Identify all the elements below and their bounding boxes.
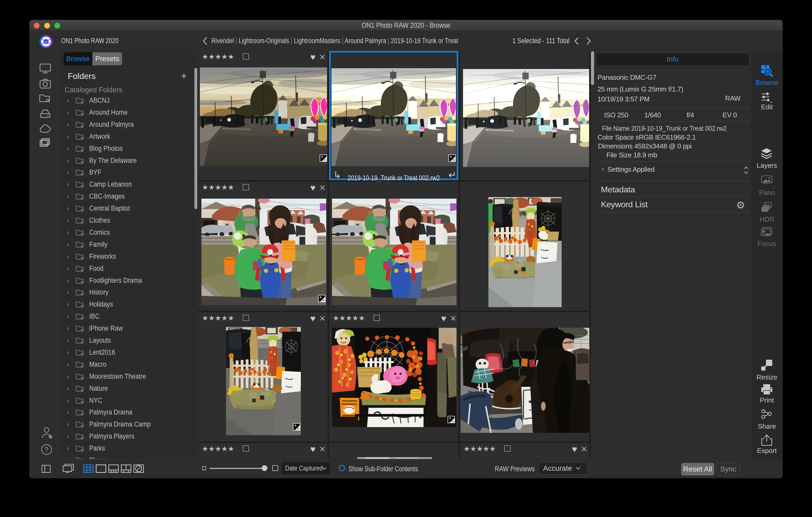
svg-text:∞: ∞ [45,40,47,43]
svg-text:?: ? [45,446,48,453]
